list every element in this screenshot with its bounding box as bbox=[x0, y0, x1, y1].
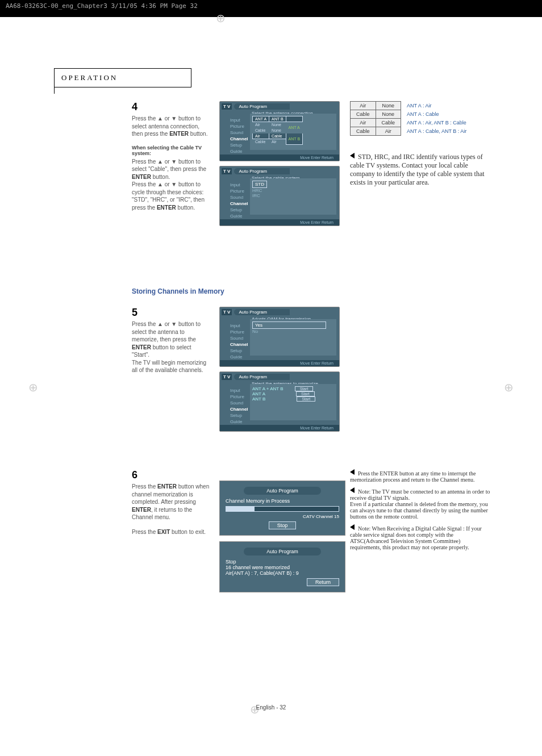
stop-button[interactable]: Stop bbox=[269, 521, 297, 529]
note-text: Press the ENTER button at any time to in… bbox=[350, 470, 476, 483]
progress-box: Auto Program Channel Memory in Process C… bbox=[219, 481, 345, 536]
section-title: OPERATION bbox=[55, 69, 191, 87]
pdf-header: AA68-03263C-00_eng_Chapter3 3/11/05 4:36… bbox=[0, 0, 542, 17]
antenna-map-table: AirNoneANT A : Air CableNoneANT A : Cabl… bbox=[350, 101, 473, 136]
std-hrc-note: STD, HRC, and IRC identify various types… bbox=[350, 153, 485, 186]
step-number: 5 bbox=[132, 307, 210, 319]
return-button[interactable]: Return bbox=[307, 578, 339, 586]
osd-qam: T VAuto Program Adopts QAM for transmiss… bbox=[219, 307, 340, 367]
registration-mark: ⊕ bbox=[504, 381, 514, 394]
section-header: OPERATION bbox=[54, 68, 191, 87]
step-number: 6 bbox=[132, 469, 210, 481]
step6-text: 6 Press the ENTER button when channel me… bbox=[132, 469, 210, 536]
note-arrow-icon bbox=[350, 487, 355, 493]
done-box: Auto Program Stop 16 channel were memori… bbox=[219, 541, 345, 592]
page-footer: English - 32 bbox=[0, 704, 542, 711]
osd-antenna-connection: T VAuto Program Select the antenna conne… bbox=[219, 101, 340, 161]
storing-header: Storing Channels in Memory bbox=[132, 287, 224, 295]
note-arrow-icon bbox=[350, 524, 355, 530]
step4-text: 4 Press the ▲ or ▼ button to select ante… bbox=[132, 101, 210, 211]
registration-mark: ⊕ bbox=[28, 381, 38, 394]
note-arrow-icon bbox=[350, 469, 355, 475]
osd-memorize: T VAuto Program Select the antennas to m… bbox=[219, 371, 340, 432]
cable-subheader: When selecting the Cable TV system: bbox=[132, 145, 210, 156]
osd-cable-system: T VAuto Program Select the cable system … bbox=[219, 166, 340, 226]
step5-text: 5 Press the ▲ or ▼ button to select the … bbox=[132, 307, 210, 374]
step-number: 4 bbox=[132, 101, 210, 113]
note-text: Note: The TV must be connected to an ant… bbox=[350, 488, 490, 520]
note-arrow-icon bbox=[350, 153, 355, 158]
registration-mark: ⊕ bbox=[216, 11, 226, 25]
note-text: Note: When Receiving a Digital Cable Sig… bbox=[350, 525, 482, 550]
